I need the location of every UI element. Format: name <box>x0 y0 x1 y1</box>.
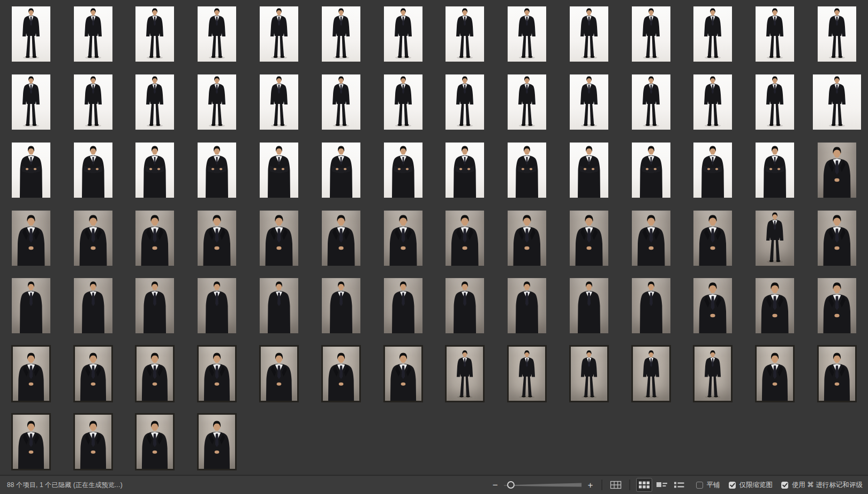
photo-thumbnail[interactable] <box>322 143 360 198</box>
photo-thumbnail[interactable] <box>693 74 732 130</box>
photo-thumbnail[interactable] <box>198 278 236 333</box>
photo-thumbnail[interactable] <box>632 6 670 62</box>
photo-thumbnail[interactable] <box>508 6 546 62</box>
photo-thumbnail[interactable] <box>259 345 299 402</box>
photo-thumbnail[interactable] <box>446 6 484 62</box>
photo-thumbnail[interactable] <box>12 211 50 266</box>
photo-thumbnail[interactable] <box>508 278 546 333</box>
photo-thumbnail[interactable] <box>74 211 112 266</box>
photo-thumbnail[interactable] <box>813 74 861 130</box>
photo-thumbnail[interactable] <box>260 74 298 130</box>
photo-thumbnail[interactable] <box>693 6 732 62</box>
photo-thumbnail[interactable] <box>384 74 422 130</box>
photo-thumbnail[interactable] <box>135 143 174 198</box>
photo-thumbnail[interactable] <box>569 345 609 402</box>
photo-thumbnail[interactable] <box>198 143 236 198</box>
photo-thumbnail[interactable] <box>135 211 174 266</box>
photo-thumbnail[interactable] <box>756 6 794 62</box>
checkbox-checked-icon[interactable] <box>729 482 736 489</box>
photo-thumbnail[interactable] <box>570 143 608 198</box>
photo-thumbnail[interactable] <box>135 74 174 130</box>
photo-thumbnail[interactable] <box>198 6 236 62</box>
photo-thumbnail[interactable] <box>508 211 546 266</box>
photo-thumbnail[interactable] <box>74 6 112 62</box>
photo-thumbnail[interactable] <box>197 413 237 470</box>
grid-lock-view-button[interactable] <box>608 478 623 491</box>
photo-thumbnail[interactable] <box>570 211 608 266</box>
photo-thumbnail[interactable] <box>198 211 236 266</box>
photo-thumbnail[interactable] <box>756 211 794 266</box>
photo-thumbnail[interactable] <box>693 211 732 266</box>
photo-thumbnail[interactable] <box>508 143 546 198</box>
checkbox-use-cmd-rating[interactable]: 使用 ⌘ 进行标记和评级 <box>781 481 863 490</box>
photo-thumbnail[interactable] <box>508 74 546 130</box>
photo-thumbnail[interactable] <box>73 345 113 402</box>
zoom-out-button[interactable]: − <box>489 481 501 490</box>
photo-thumbnail[interactable] <box>260 6 298 62</box>
photo-thumbnail[interactable] <box>755 345 795 402</box>
slider-track[interactable] <box>504 483 582 486</box>
photo-thumbnail[interactable] <box>817 345 857 402</box>
photo-thumbnail[interactable] <box>384 143 422 198</box>
photo-thumbnail[interactable] <box>198 74 236 130</box>
photo-thumbnail[interactable] <box>445 345 485 402</box>
photo-thumbnail[interactable] <box>74 74 112 130</box>
photo-thumbnail[interactable] <box>756 74 794 130</box>
photo-thumbnail[interactable] <box>383 345 423 402</box>
checkbox-thumbnail-only[interactable]: 仅限缩览图 <box>729 481 773 490</box>
photo-thumbnail[interactable] <box>384 211 422 266</box>
photo-thumbnail[interactable] <box>818 143 856 198</box>
zoom-in-button[interactable]: + <box>585 481 597 490</box>
photo-thumbnail[interactable] <box>384 278 422 333</box>
slider-knob[interactable] <box>508 482 514 488</box>
photo-thumbnail[interactable] <box>446 278 484 333</box>
photo-thumbnail[interactable] <box>322 74 360 130</box>
photo-thumbnail[interactable] <box>73 413 113 470</box>
photo-thumbnail[interactable] <box>135 278 174 333</box>
photo-thumbnail[interactable] <box>632 74 670 130</box>
photo-thumbnail[interactable] <box>570 74 608 130</box>
photo-thumbnail[interactable] <box>11 345 51 402</box>
photo-thumbnail[interactable] <box>12 74 50 130</box>
photo-thumbnail[interactable] <box>632 278 670 333</box>
photo-thumbnail[interactable] <box>12 6 50 62</box>
photo-thumbnail[interactable] <box>260 143 298 198</box>
checkbox-unchecked-icon[interactable] <box>696 482 703 489</box>
photo-thumbnail[interactable] <box>74 278 112 333</box>
photo-thumbnail[interactable] <box>446 74 484 130</box>
photo-thumbnail[interactable] <box>260 211 298 266</box>
photo-thumbnail[interactable] <box>322 211 360 266</box>
photo-thumbnail[interactable] <box>570 6 608 62</box>
photo-thumbnail[interactable] <box>322 6 360 62</box>
photo-thumbnail[interactable] <box>135 6 174 62</box>
photo-thumbnail[interactable] <box>12 143 50 198</box>
photo-thumbnail[interactable] <box>631 345 671 402</box>
photo-thumbnail[interactable] <box>570 278 608 333</box>
photo-thumbnail[interactable] <box>632 143 670 198</box>
photo-thumbnail[interactable] <box>321 345 361 402</box>
photo-thumbnail[interactable] <box>818 211 856 266</box>
photo-thumbnail[interactable] <box>384 6 422 62</box>
photo-thumbnail[interactable] <box>446 211 484 266</box>
photo-thumbnail[interactable] <box>12 278 50 333</box>
photo-thumbnail[interactable] <box>322 278 360 333</box>
photo-thumbnail[interactable] <box>135 413 175 470</box>
photo-thumbnail[interactable] <box>693 345 733 402</box>
checkbox-tile[interactable]: 平铺 <box>696 481 720 490</box>
photo-thumbnail[interactable] <box>693 278 732 333</box>
thumbnail-size-slider[interactable] <box>502 481 584 489</box>
photo-thumbnail[interactable] <box>446 143 484 198</box>
photo-thumbnail[interactable] <box>11 413 51 470</box>
details-view-button[interactable] <box>654 478 669 491</box>
photo-thumbnail[interactable] <box>632 211 670 266</box>
photo-thumbnail[interactable] <box>197 345 237 402</box>
photo-thumbnail[interactable] <box>693 143 732 198</box>
photo-thumbnail[interactable] <box>135 345 175 402</box>
list-view-button[interactable] <box>671 478 686 491</box>
thumbnail-view-button[interactable] <box>636 478 652 492</box>
photo-thumbnail[interactable] <box>818 6 856 62</box>
photo-thumbnail[interactable] <box>74 143 112 198</box>
photo-thumbnail[interactable] <box>260 278 298 333</box>
checkbox-checked-icon[interactable] <box>781 482 788 489</box>
photo-thumbnail[interactable] <box>818 278 856 333</box>
